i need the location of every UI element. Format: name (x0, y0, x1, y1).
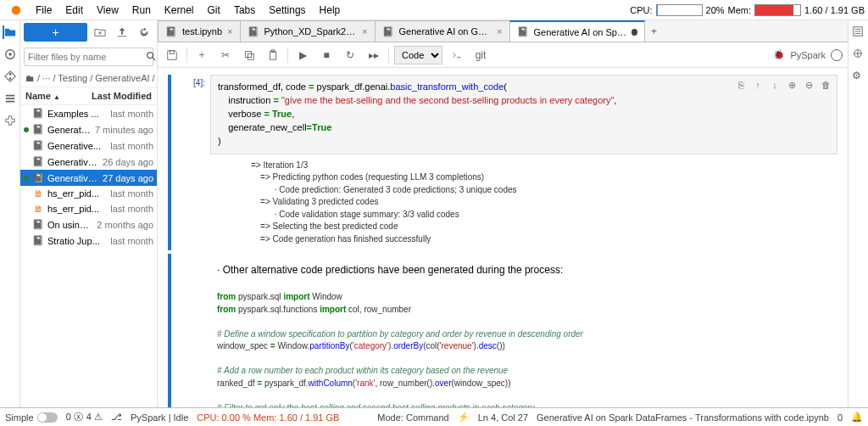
file-modified: last month (110, 204, 153, 214)
mem-text: 1.60 / 1.91 GB (804, 5, 865, 15)
upload-icon[interactable] (113, 23, 131, 42)
file-name: hs_err_pid... (47, 204, 107, 214)
breadcrumb[interactable]: 🖿 / ··· / Testing / GenerativeAI / (20, 70, 157, 87)
stop-icon[interactable]: ■ (317, 46, 336, 64)
runall-icon[interactable]: ▸▸ (364, 46, 383, 64)
tab[interactable]: 📓Generative AI on Spark Dat (509, 20, 645, 42)
file-row[interactable]: 🗎hs_err_pid...last month (20, 186, 157, 201)
cut-icon[interactable]: ✂ (216, 46, 235, 64)
col-name[interactable]: Name ▲ (25, 91, 92, 101)
status-spark-icon[interactable]: ⚡ (458, 412, 470, 423)
app-menu-icon[interactable] (3, 0, 29, 20)
status-dot (24, 127, 29, 132)
dirty-icon (632, 29, 637, 36)
menu-view[interactable]: View (90, 0, 125, 20)
svg-point-0 (12, 5, 21, 14)
folder-icon[interactable] (3, 25, 16, 39)
tab[interactable]: 📓test.ipynb× (158, 20, 241, 42)
status-dot (24, 176, 29, 181)
svg-rect-8 (248, 53, 253, 59)
status-dot (24, 111, 29, 116)
tab[interactable]: 📓Generative AI on Governan× (375, 20, 510, 42)
extension-icon[interactable] (3, 114, 17, 127)
menu-file[interactable]: File (29, 0, 58, 20)
new-launcher-button[interactable]: + (24, 23, 87, 42)
file-icon: 📓 (32, 108, 44, 119)
celltype-select[interactable]: Code (394, 46, 442, 64)
copy-icon[interactable] (240, 46, 259, 64)
add-cell-icon[interactable]: ＋ (192, 46, 211, 64)
menu-settings[interactable]: Settings (262, 0, 312, 20)
toc-icon[interactable] (3, 92, 17, 105)
cell-insertbelow-icon[interactable]: ⊖ (801, 77, 816, 92)
status-dot (24, 160, 29, 165)
command-icon[interactable] (448, 46, 466, 64)
cell-insertabove-icon[interactable]: ⊕ (784, 77, 799, 92)
file-row[interactable]: 📓Generative...26 days ago (20, 154, 157, 170)
status-errors[interactable]: 0 ⓧ (66, 411, 83, 423)
restart-icon[interactable]: ↻ (341, 46, 359, 64)
tab-label: Generative AI on Governan (399, 26, 492, 36)
file-row[interactable]: 🗎hs_err_pid...last month (20, 201, 157, 216)
file-modified: last month (110, 236, 153, 246)
file-row[interactable]: 📓Generative...last month (20, 137, 157, 154)
paste-icon[interactable] (264, 46, 282, 64)
close-icon[interactable]: × (227, 26, 232, 36)
file-row[interactable]: 📓Generative...7 minutes ago (20, 121, 157, 137)
cell-movedown-icon[interactable]: ↓ (767, 77, 782, 92)
save-icon[interactable] (163, 46, 181, 64)
file-row[interactable]: 📓On using S...2 months ago (20, 216, 157, 233)
run-icon[interactable]: ▶ (293, 46, 312, 64)
code-input[interactable]: ⎘ ↑ ↓ ⊕ ⊖ 🗑 transformed_df, code = pyspa… (210, 75, 837, 154)
status-simple[interactable]: Simple (5, 412, 34, 423)
cell-duplicate-icon[interactable]: ⎘ (733, 77, 748, 92)
notebook-icon: 📓 (382, 26, 394, 37)
file-modified: 26 days ago (103, 157, 153, 167)
git-branch-icon[interactable]: ⎇ (111, 412, 122, 423)
cpu-label: CPU: (630, 5, 652, 15)
menu-git[interactable]: Git (201, 0, 227, 20)
notifications-icon[interactable]: 🔔 (851, 412, 863, 423)
file-row[interactable]: 📓Stratio Jup...last month (20, 233, 157, 249)
status-mode: Mode: Command (377, 412, 448, 423)
new-folder-icon[interactable] (91, 23, 109, 42)
menu-kernel[interactable]: Kernel (158, 0, 201, 20)
file-name: On using S... (47, 220, 93, 230)
kernel-name[interactable]: PySpark (790, 50, 826, 60)
simple-toggle[interactable] (37, 412, 58, 423)
status-resources: CPU: 0.00 % Mem: 1.60 / 1.91 GB (197, 412, 339, 423)
status-dot (24, 238, 29, 244)
cell-prompt: [4]: (176, 75, 210, 250)
cell-bar (168, 75, 171, 250)
status-kernel[interactable]: PySpark | Idle (131, 412, 188, 423)
tab[interactable]: 📓Python_XD_Spark2.ipynb× (240, 20, 376, 42)
refresh-icon[interactable] (135, 23, 153, 42)
file-row[interactable]: 📓Examples ...last month (20, 105, 157, 121)
filter-input[interactable] (28, 52, 145, 62)
kernel-status-icon (831, 49, 843, 61)
close-icon[interactable]: × (362, 26, 367, 36)
git-toolbar-icon[interactable]: git (471, 46, 490, 64)
git-icon[interactable] (3, 70, 17, 83)
mem-bar (754, 4, 801, 16)
col-modified[interactable]: Last Modified (92, 91, 152, 101)
menu-help[interactable]: Help (313, 0, 348, 20)
file-name: Generative... (47, 173, 99, 183)
settings-panel-icon[interactable]: ⚙ (852, 70, 865, 83)
cell-delete-icon[interactable]: 🗑 (818, 77, 833, 92)
tab-label: Python_XD_Spark2.ipynb (264, 26, 358, 36)
svg-point-5 (147, 52, 153, 58)
file-modified: last month (110, 141, 153, 151)
debugger-panel-icon[interactable] (852, 48, 865, 61)
menu-tabs[interactable]: Tabs (227, 0, 262, 20)
cell-moveup-icon[interactable]: ↑ (750, 77, 765, 92)
debugger-icon[interactable]: 🐞 (773, 49, 785, 60)
status-warnings[interactable]: 4 ⚠ (86, 412, 103, 423)
menu-run[interactable]: Run (125, 0, 158, 20)
running-icon[interactable] (3, 48, 17, 61)
add-tab-button[interactable]: + (644, 21, 665, 42)
file-row[interactable]: 📓Generative...27 days ago (20, 170, 157, 186)
close-icon[interactable]: × (497, 26, 502, 36)
inspector-icon[interactable] (852, 25, 865, 39)
menu-edit[interactable]: Edit (58, 0, 90, 20)
